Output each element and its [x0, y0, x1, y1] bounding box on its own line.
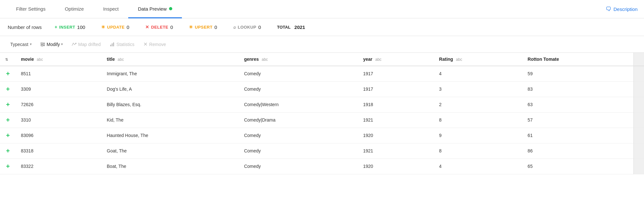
- svg-point-4: [43, 44, 45, 45]
- data-table-container: ⇅ movie abc title abc genres abc year ab…: [0, 53, 644, 210]
- remove-label: Remove: [149, 42, 166, 47]
- cell-year: 1921: [358, 143, 434, 159]
- update-stat: ✳ UPDATE 0: [101, 24, 129, 30]
- row-add-btn[interactable]: +: [0, 128, 16, 143]
- upsert-label: UPSERT: [195, 25, 212, 30]
- col-year-label: year: [363, 57, 372, 62]
- cell-genres: Comedy: [239, 128, 358, 143]
- toolbar: Typecast ▾ Modify ▾ Map drifted Statisti…: [0, 36, 644, 53]
- cell-year: 1917: [358, 66, 434, 81]
- map-drifted-button[interactable]: Map drifted: [67, 40, 104, 49]
- modify-label: Modify: [47, 42, 60, 47]
- svg-point-3: [41, 42, 42, 44]
- col-header-year[interactable]: year abc: [358, 53, 434, 66]
- delete-stat: ✕ DELETE 0: [145, 24, 173, 30]
- table-body: + 8511 Immigrant, The Comedy 1917 4 59 +…: [0, 66, 644, 174]
- tab-optimize[interactable]: Optimize: [55, 0, 94, 18]
- table-row: + 83318 Goat, The Comedy 1921 8 86: [0, 143, 644, 159]
- row-add-btn[interactable]: +: [0, 159, 16, 174]
- rows-label: Number of rows: [8, 24, 42, 30]
- tab-optimize-label: Optimize: [65, 6, 84, 12]
- table-row: + 3310 Kid, The Comedy|Drama 1921 8 57: [0, 112, 644, 128]
- svg-point-6: [75, 43, 76, 44]
- remove-button[interactable]: ✕ Remove: [139, 39, 170, 49]
- total-value: 2021: [294, 24, 305, 30]
- tab-filter-settings[interactable]: Filter Settings: [6, 0, 55, 18]
- cell-year: 1920: [358, 128, 434, 143]
- lookup-stat: ⌕ LOOKUP 0: [233, 24, 261, 30]
- svg-rect-7: [110, 45, 111, 46]
- tab-data-preview-label: Data Preview: [138, 6, 166, 12]
- cell-genres: Comedy: [239, 81, 358, 97]
- row-add-btn[interactable]: +: [0, 97, 16, 112]
- tab-inspect[interactable]: Inspect: [94, 0, 128, 18]
- cell-rotten: 63: [523, 97, 634, 112]
- modify-button[interactable]: Modify ▾: [37, 40, 66, 49]
- table-row: + 83322 Boat, The Comedy 1920 4 65: [0, 159, 644, 174]
- col-header-rating[interactable]: Rating abc: [434, 53, 523, 66]
- col-header-title[interactable]: title abc: [102, 53, 239, 66]
- cell-rating: 4: [434, 159, 523, 174]
- col-header-rotten[interactable]: Rotton Tomate: [523, 53, 634, 66]
- row-add-btn[interactable]: +: [0, 112, 16, 128]
- row-add-btn[interactable]: +: [0, 143, 16, 159]
- lookup-label: LOOKUP: [238, 25, 256, 30]
- table-row: + 3309 Dog's Life, A Comedy 1917 3 83: [0, 81, 644, 97]
- col-rotten-label: Rotton Tomate: [528, 57, 559, 62]
- cell-title: Immigrant, The: [102, 66, 239, 81]
- table-header-row: ⇅ movie abc title abc genres abc year ab…: [0, 53, 644, 66]
- cell-title: Goat, The: [102, 143, 239, 159]
- cell-rotten: 83: [523, 81, 634, 97]
- col-header-genres[interactable]: genres abc: [239, 53, 358, 66]
- top-nav: Filter Settings Optimize Inspect Data Pr…: [0, 0, 644, 18]
- tab-data-preview[interactable]: Data Preview: [128, 0, 182, 18]
- delete-value: 0: [170, 24, 173, 30]
- insert-icon: +: [55, 24, 57, 30]
- scrollbar-cell: [634, 112, 644, 128]
- stats-bar: Number of rows + INSERT 100 ✳ UPDATE 0 ✕…: [0, 18, 644, 36]
- typecast-chevron-icon: ▾: [30, 42, 32, 46]
- statistics-label: Statistics: [116, 42, 134, 47]
- svg-point-5: [41, 45, 43, 46]
- scrollbar-cell: [634, 97, 644, 112]
- cell-movie: 3309: [16, 81, 102, 97]
- description-button[interactable]: 🗨 Description: [606, 6, 638, 13]
- cell-movie: 72626: [16, 97, 102, 112]
- delete-label: DELETE: [151, 25, 168, 30]
- cell-rating: 9: [434, 128, 523, 143]
- insert-stat: + INSERT 100: [55, 24, 85, 30]
- upsert-value: 0: [214, 24, 217, 30]
- col-movie-label: movie: [21, 57, 34, 62]
- total-stat: TOTAL 2021: [277, 24, 305, 30]
- row-add-btn[interactable]: +: [0, 66, 16, 81]
- lookup-value: 0: [258, 24, 261, 30]
- row-add-btn[interactable]: +: [0, 81, 16, 97]
- scrollbar-col: [634, 53, 644, 66]
- cell-rating: 4: [434, 66, 523, 81]
- typecast-label: Typecast: [10, 42, 28, 47]
- tab-filter-settings-label: Filter Settings: [16, 6, 46, 12]
- scrollbar-cell: [634, 66, 644, 81]
- typecast-button[interactable]: Typecast ▾: [6, 40, 36, 49]
- col-title-type: abc: [118, 57, 124, 62]
- col-genres-label: genres: [244, 57, 259, 62]
- cell-genres: Comedy|Drama: [239, 112, 358, 128]
- cell-movie: 3310: [16, 112, 102, 128]
- cell-genres: Comedy|Western: [239, 97, 358, 112]
- scrollbar-cell: [634, 128, 644, 143]
- table-row: + 72626 Billy Blazes, Esq. Comedy|Wester…: [0, 97, 644, 112]
- cell-rotten: 59: [523, 66, 634, 81]
- lookup-icon: ⌕: [233, 24, 236, 30]
- description-label: Description: [613, 6, 638, 12]
- scrollbar-cell: [634, 159, 644, 174]
- table-row: + 83096 Haunted House, The Comedy 1920 9…: [0, 128, 644, 143]
- col-movie-type: abc: [37, 57, 43, 62]
- col-header-movie[interactable]: movie abc: [16, 53, 102, 66]
- cell-rotten: 65: [523, 159, 634, 174]
- col-title-label: title: [107, 57, 115, 62]
- scrollbar-cell: [634, 81, 644, 97]
- upsert-icon: ✳: [189, 24, 193, 30]
- cell-year: 1918: [358, 97, 434, 112]
- cell-year: 1917: [358, 81, 434, 97]
- statistics-button[interactable]: Statistics: [106, 40, 138, 49]
